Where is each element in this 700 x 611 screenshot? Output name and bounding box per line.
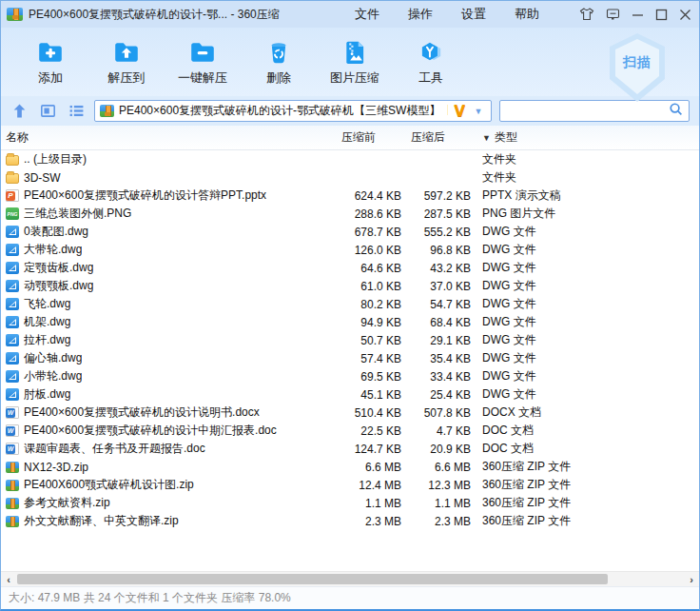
- size-before-value: 288.6 KB: [333, 207, 401, 221]
- horizontal-scrollbar[interactable]: ‹ ›: [1, 571, 699, 586]
- table-row[interactable]: 飞轮.dwg 80.2 KB 54.7 KB DWG 文件: [1, 295, 699, 313]
- file-type-value: DOC 文档: [471, 423, 699, 439]
- one-key-extract-button[interactable]: 一键解压: [166, 31, 239, 92]
- size-after-value: 20.9 KB: [401, 443, 471, 456]
- file-type-value: DWG 文件: [471, 224, 699, 240]
- file-type-value: PNG 图片文件: [471, 206, 699, 222]
- file-type-icon: [6, 226, 19, 238]
- table-row[interactable]: PE400×600复摆颚式破碎机的设计中期汇报表.doc 22.5 KB 4.7…: [1, 422, 699, 440]
- size-before-value: 126.0 KB: [333, 244, 401, 257]
- one-key-extract-label: 一键解压: [178, 69, 227, 87]
- file-name: PE400×600复摆颚式破碎机的设计答辩PPT.pptx: [24, 187, 266, 204]
- size-after-value: 43.2 KB: [401, 262, 471, 275]
- table-row[interactable]: 机架.dwg 94.9 KB 68.4 KB DWG 文件: [1, 313, 699, 331]
- size-before-value: 2.3 MB: [333, 515, 401, 528]
- size-after-value: 35.4 KB: [401, 352, 471, 365]
- maximize-button[interactable]: [655, 9, 668, 21]
- file-name: 肘板.dwg: [24, 386, 70, 403]
- table-row[interactable]: 小带轮.dwg 69.5 KB 33.4 KB DWG 文件: [1, 367, 699, 385]
- table-row[interactable]: PE400×600复摆颚式破碎机的设计说明书.docx 510.4 KB 507…: [1, 404, 699, 422]
- close-button[interactable]: [679, 9, 691, 21]
- menu-settings[interactable]: 设置: [461, 6, 486, 23]
- address-bar[interactable]: PE400×600复摆颚式破碎机的设计-鄂式破碎机【三维SW模型】【含 V ▼: [94, 100, 492, 122]
- scroll-left-arrow[interactable]: ‹: [1, 574, 16, 585]
- size-after-value: 2.3 MB: [401, 515, 471, 528]
- add-button[interactable]: 添加: [14, 31, 87, 92]
- file-name: 机架.dwg: [24, 314, 70, 330]
- size-before-value: 61.0 KB: [333, 280, 401, 293]
- size-before-value: 57.4 KB: [333, 352, 401, 365]
- size-before-value: 1.1 MB: [333, 497, 401, 510]
- size-after-value: 507.8 KB: [401, 406, 471, 420]
- delete-button[interactable]: 删除: [243, 31, 315, 92]
- column-type[interactable]: ▼类型: [471, 129, 699, 146]
- file-name: 3D-SW: [24, 171, 61, 185]
- table-row[interactable]: 0装配图.dwg 678.7 KB 555.2 KB DWG 文件: [1, 223, 699, 241]
- file-type-value: DWG 文件: [471, 350, 699, 366]
- menu-operate[interactable]: 操作: [408, 6, 433, 23]
- table-row[interactable]: 肘板.dwg 45.1 KB 25.4 KB DWG 文件: [1, 385, 699, 404]
- file-type-value: 360压缩 ZIP 文件: [471, 513, 699, 529]
- extract-to-button[interactable]: 解压到: [90, 31, 163, 92]
- table-row[interactable]: 外文文献翻译、中英文翻译.zip 2.3 MB 2.3 MB 360压缩 ZIP…: [1, 512, 699, 530]
- size-before-value: 45.1 KB: [333, 388, 401, 402]
- table-row[interactable]: 动颚颚板.dwg 61.0 KB 37.0 KB DWG 文件: [1, 277, 699, 295]
- file-type-value: 360压缩 ZIP 文件: [471, 495, 699, 511]
- image-compress-icon: [340, 38, 369, 67]
- file-name: PE400X600颚式破碎机设计图.zip: [24, 477, 194, 493]
- table-row[interactable]: 偏心轴.dwg 57.4 KB 35.4 KB DWG 文件: [1, 349, 699, 367]
- table-row[interactable]: 三维总装图外侧.PNG 288.6 KB 287.5 KB PNG 图片文件: [1, 205, 699, 223]
- table-row[interactable]: 拉杆.dwg 50.7 KB 29.1 KB DWG 文件: [1, 331, 699, 349]
- scroll-right-arrow[interactable]: ›: [684, 574, 699, 585]
- minimize-button[interactable]: [632, 9, 644, 21]
- skin-theme-icon[interactable]: [579, 8, 594, 21]
- table-row[interactable]: 课题审题表、任务书及开题报告.doc 124.7 KB 20.9 KB DOC …: [1, 440, 699, 458]
- table-row[interactable]: PE400×600复摆颚式破碎机的设计答辩PPT.pptx 624.4 KB 5…: [1, 187, 699, 205]
- size-after-value: 287.5 KB: [401, 207, 471, 221]
- scan-label: 扫描: [602, 54, 672, 71]
- table-row[interactable]: 定颚齿板.dwg 64.6 KB 43.2 KB DWG 文件: [1, 259, 699, 277]
- table-row[interactable]: 3D-SW 文件夹: [1, 168, 699, 187]
- file-type-icon: [6, 462, 19, 473]
- address-dropdown-arrow[interactable]: ▼: [470, 107, 487, 116]
- file-type-value: DWG 文件: [471, 260, 699, 276]
- table-row[interactable]: 参考文献资料.zip 1.1 MB 1.1 MB 360压缩 ZIP 文件: [1, 494, 699, 512]
- image-compress-label: 图片压缩: [330, 69, 379, 87]
- up-level-button[interactable]: [9, 101, 29, 122]
- table-row[interactable]: .. (上级目录) 文件夹: [1, 150, 699, 168]
- size-before-value: 69.5 KB: [333, 370, 401, 384]
- thumbnail-view-button[interactable]: [37, 101, 58, 122]
- size-before-value: 678.7 KB: [333, 226, 401, 239]
- size-after-value: 29.1 KB: [401, 334, 471, 347]
- menu-help[interactable]: 帮助: [515, 6, 539, 23]
- scan-badge[interactable]: 扫描: [602, 30, 672, 106]
- file-type-icon: [6, 173, 19, 184]
- column-after[interactable]: 压缩后: [401, 129, 471, 146]
- delete-label: 删除: [266, 69, 291, 87]
- file-type-value: PPTX 演示文稿: [471, 187, 699, 204]
- size-after-value: 54.7 KB: [401, 298, 471, 311]
- menu-file[interactable]: 文件: [355, 6, 379, 23]
- file-type-value: 文件夹: [471, 151, 699, 168]
- file-type-icon: [6, 480, 19, 491]
- size-before-value: 12.4 MB: [333, 479, 401, 492]
- table-row[interactable]: PE400X600颚式破碎机设计图.zip 12.4 MB 12.3 MB 36…: [1, 476, 699, 494]
- list-view-button[interactable]: [66, 101, 87, 122]
- file-type-icon: [6, 443, 19, 455]
- navigation-bar: PE400×600复摆颚式破碎机的设计-鄂式破碎机【三维SW模型】【含 V ▼: [1, 96, 699, 126]
- delete-trash-icon: [264, 38, 293, 67]
- file-type-icon: [6, 244, 19, 256]
- file-name: 动颚颚板.dwg: [24, 278, 93, 294]
- table-row[interactable]: 大带轮.dwg 126.0 KB 96.8 KB DWG 文件: [1, 241, 699, 259]
- column-before[interactable]: 压缩前: [333, 129, 401, 146]
- image-compress-button[interactable]: 图片压缩: [319, 31, 391, 92]
- scrollbar-thumb[interactable]: [17, 574, 608, 584]
- toolbar: 添加 解压到 一键解压 删除 图片压缩 工具 扫描: [1, 28, 699, 96]
- file-type-icon: [6, 424, 19, 437]
- tools-button[interactable]: 工具: [395, 31, 467, 92]
- table-row[interactable]: NX12-3D.zip 6.6 MB 6.6 MB 360压缩 ZIP 文件: [1, 458, 699, 476]
- feedback-icon[interactable]: [606, 8, 620, 21]
- address-path: PE400×600复摆颚式破碎机的设计-鄂式破碎机【三维SW模型】【含: [119, 103, 448, 119]
- file-name: 课题审题表、任务书及开题报告.doc: [24, 441, 205, 457]
- column-name[interactable]: 名称: [1, 129, 333, 146]
